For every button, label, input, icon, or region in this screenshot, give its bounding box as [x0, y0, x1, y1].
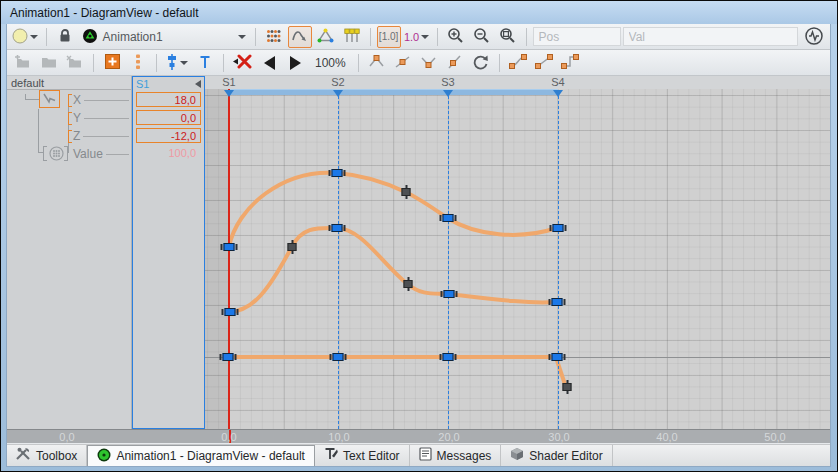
title-bar[interactable]: Animation1 - DiagramView - default — [1, 1, 837, 24]
step-forward-button[interactable] — [283, 52, 307, 74]
time-marker-button[interactable] — [193, 52, 217, 74]
time-tick: 20,0 — [438, 431, 459, 443]
folder-plus-icon — [14, 55, 32, 71]
snap-grid-button[interactable] — [262, 26, 286, 48]
interp-step-button[interactable] — [558, 52, 582, 74]
playhead-line[interactable] — [228, 89, 230, 429]
keyframe-selected[interactable] — [333, 353, 344, 361]
insert-key-dropdown[interactable] — [163, 52, 191, 74]
section-line[interactable] — [558, 96, 559, 429]
vector-node-icon[interactable] — [39, 90, 60, 108]
section-label-s3[interactable]: S3 — [441, 76, 454, 88]
zoom-fit-button[interactable] — [496, 26, 520, 48]
unit-value-label: 1.0 — [404, 31, 419, 43]
section-label-s4[interactable]: S4 — [551, 76, 564, 88]
keyframe-selected[interactable] — [223, 353, 234, 361]
value-field-value[interactable]: 100,0 — [136, 146, 201, 161]
pos-input[interactable] — [533, 27, 621, 46]
tangent-peak-button[interactable] — [365, 52, 389, 74]
tangent-valley-button[interactable] — [417, 52, 441, 74]
tangent-valley-icon — [420, 54, 437, 71]
curve-middle[interactable] — [230, 228, 556, 312]
triangle-mode-button[interactable] — [314, 26, 338, 48]
tangent-slope-button[interactable] — [443, 52, 467, 74]
zoom-out-icon — [473, 27, 490, 46]
section-line[interactable] — [338, 96, 339, 429]
tree-row-x[interactable]: X — [68, 92, 132, 108]
signal-preview-button[interactable] — [802, 26, 826, 48]
tree-row-z[interactable]: Z — [68, 128, 132, 144]
red-x-icon — [233, 54, 252, 71]
unit-badge-button[interactable]: [1.0] — [377, 26, 401, 48]
curves-mode-button[interactable] — [288, 26, 312, 48]
keyframe[interactable] — [288, 243, 297, 251]
curve-top[interactable] — [229, 173, 557, 247]
tree-connector — [25, 94, 26, 100]
add-folder-button[interactable] — [11, 52, 35, 74]
status-tab-text-editor[interactable]: Text Editor — [315, 445, 410, 466]
status-tab-messages[interactable]: Messages — [410, 445, 502, 466]
tree-row-value[interactable]: Value — [73, 146, 132, 162]
undo-icon — [472, 54, 489, 72]
val-input[interactable] — [623, 27, 798, 46]
tracks-mode-button[interactable] — [340, 26, 364, 48]
section-label-s1[interactable]: S1 — [222, 76, 235, 88]
keyframe-selected[interactable] — [444, 290, 455, 298]
section-column-header[interactable]: S1 — [133, 77, 204, 90]
section-values-column: S1 18,00,0-12,0100,0 — [132, 76, 205, 429]
interp-smooth-button[interactable] — [506, 52, 530, 74]
curve-icon — [291, 28, 309, 45]
value-field-y[interactable]: 0,0 — [136, 110, 201, 125]
value-node-icon[interactable] — [43, 146, 71, 161]
keyframe-selected[interactable] — [332, 224, 343, 232]
curve-grid[interactable] — [205, 89, 830, 429]
tangent-linear-button[interactable] — [391, 52, 415, 74]
folder-icon — [41, 55, 57, 71]
folder-button[interactable] — [37, 52, 61, 74]
client-area: Animation1 — [6, 24, 831, 467]
reset-tangent-button[interactable] — [469, 52, 493, 74]
tree-header[interactable]: default — [7, 76, 131, 90]
value-field-x[interactable]: 18,0 — [136, 92, 201, 107]
section-column-title: S1 — [136, 78, 195, 90]
tangent-peak-icon — [368, 54, 385, 71]
step-back-button[interactable] — [257, 52, 281, 74]
value-field-z[interactable]: -12,0 — [136, 128, 201, 143]
zoom-out-button[interactable] — [470, 26, 494, 48]
keyframe-selected[interactable] — [443, 214, 454, 222]
component-bracket-icon — [68, 94, 72, 107]
curve-flat[interactable] — [228, 357, 566, 387]
keyframe[interactable] — [563, 383, 572, 391]
curve-canvas[interactable]: S1S2S3S4 — [205, 76, 830, 429]
section-marker-icon[interactable] — [224, 90, 234, 97]
add-item-button[interactable] — [100, 52, 124, 74]
zoom-in-button[interactable] — [444, 26, 468, 48]
animation-selector[interactable]: Animation1 — [79, 26, 249, 48]
keyframe-selected[interactable] — [443, 353, 454, 361]
status-tab-toolbox[interactable]: Toolbox — [7, 445, 87, 466]
section-label-s2[interactable]: S2 — [331, 76, 344, 88]
tree-row-y[interactable]: Y — [68, 110, 132, 126]
keyframe-selected[interactable] — [552, 353, 563, 361]
keyframe-selected[interactable] — [552, 298, 563, 306]
collapse-left-icon[interactable] — [195, 80, 201, 88]
list-options-button[interactable] — [126, 52, 150, 74]
delete-folder-button[interactable] — [63, 52, 87, 74]
status-tab-animation1-diagramview-default[interactable]: Animation1 - DiagramView - default — [87, 445, 315, 466]
interp-linear-button[interactable] — [532, 52, 556, 74]
status-tab-shader-editor[interactable]: Shader Editor — [501, 445, 612, 466]
triangle-icon — [317, 28, 334, 45]
keyframe[interactable] — [402, 188, 411, 196]
zoom-level-display[interactable]: 100% — [309, 52, 352, 74]
unit-value-dropdown[interactable]: 1.0 — [403, 26, 431, 48]
keyframe-selected[interactable] — [332, 169, 343, 177]
keyframe-selected[interactable] — [224, 243, 235, 251]
time-tick: 10,0 — [328, 431, 349, 443]
section-line[interactable] — [448, 96, 449, 429]
keyframe-selected[interactable] — [225, 308, 236, 316]
lock-button[interactable] — [53, 26, 77, 48]
color-picker-button[interactable] — [11, 26, 40, 48]
keyframe-selected[interactable] — [553, 224, 564, 232]
keyframe[interactable] — [404, 280, 413, 288]
delete-key-button[interactable] — [230, 52, 255, 74]
